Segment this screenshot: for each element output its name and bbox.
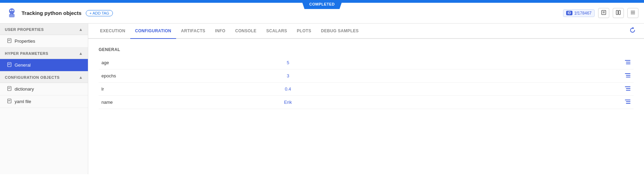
tab-configuration[interactable]: CONFIGURATION — [130, 24, 176, 39]
top-bar: COMPLETED — [0, 0, 644, 3]
config-key: lr — [99, 83, 168, 96]
sidebar-section-user-properties[interactable]: USER PROPERTIES ▲ — [0, 24, 88, 35]
menu-icon-button[interactable] — [627, 8, 638, 18]
sidebar-item-general[interactable]: General — [0, 59, 88, 71]
tab-artifacts[interactable]: ARTIFACTS — [176, 24, 210, 39]
chevron-up-icon-2: ▲ — [79, 51, 83, 56]
svg-point-2 — [10, 10, 11, 11]
app-icon — [6, 7, 18, 19]
sidebar: USER PROPERTIES ▲ Properties HYPER PARAM… — [0, 24, 88, 174]
config-key: epochs — [99, 69, 168, 83]
sidebar-item-yaml-file[interactable]: yaml file — [0, 95, 88, 108]
tab-execution[interactable]: EXECUTION — [95, 24, 130, 39]
chevron-up-icon: ▲ — [79, 27, 83, 32]
notes-icon-button[interactable] — [598, 8, 609, 18]
config-value: Erik — [168, 96, 408, 109]
menu-lines-icon — [625, 86, 631, 91]
config-section-title: GENERAL — [99, 47, 634, 52]
tab-plots[interactable]: PLOTS — [292, 24, 316, 39]
table-row: epochs 3 — [99, 69, 634, 83]
sidebar-item-dictionary[interactable]: dictionary — [0, 83, 88, 95]
config-value: 5 — [168, 56, 408, 69]
id-value: 1f178467 — [574, 11, 592, 16]
svg-rect-6 — [602, 10, 606, 15]
svg-rect-10 — [619, 10, 620, 15]
config-row-spacer — [408, 56, 616, 69]
sidebar-item-properties[interactable]: Properties — [0, 35, 88, 48]
tabs-bar: EXECUTION CONFIGURATION ARTIFACTS INFO C… — [88, 24, 644, 39]
hamburger-icon — [630, 10, 636, 15]
main-layout: USER PROPERTIES ▲ Properties HYPER PARAM… — [0, 24, 644, 174]
menu-lines-icon — [625, 60, 631, 65]
sidebar-section-config-objects[interactable]: CONFIGURATION OBJECTS ▲ — [0, 71, 88, 83]
svg-point-0 — [9, 8, 15, 14]
table-row: lr 0.4 — [99, 83, 634, 96]
menu-lines-icon — [625, 73, 631, 78]
svg-rect-1 — [9, 14, 15, 17]
svg-rect-5 — [13, 13, 13, 15]
config-row-spacer — [408, 83, 616, 96]
page-title: Tracking python objects — [22, 10, 82, 16]
refresh-icon — [629, 27, 636, 33]
config-row-spacer — [408, 96, 616, 109]
config-content: GENERAL age 5 epochs 3 lr 0.4 — [88, 39, 644, 174]
config-menu-icon[interactable] — [616, 96, 634, 109]
svg-point-3 — [12, 10, 14, 11]
chevron-up-icon-3: ▲ — [79, 75, 83, 80]
notes-icon — [601, 10, 606, 15]
menu-lines-icon — [625, 99, 631, 104]
sidebar-section-hyper-parameters[interactable]: HYPER PARAMETERS ▲ — [0, 48, 88, 59]
header-actions: ID 1f178467 — [563, 8, 638, 18]
config-key: age — [99, 56, 168, 69]
tab-debug-samples[interactable]: DEBUG SAMPLES — [316, 24, 364, 39]
refresh-button[interactable] — [628, 26, 637, 36]
table-row: name Erik — [99, 96, 634, 109]
file-icon-dictionary — [7, 86, 12, 92]
tab-console[interactable]: CONSOLE — [230, 24, 261, 39]
tab-info[interactable]: INFO — [210, 24, 230, 39]
file-icon — [7, 38, 12, 44]
add-tag-button[interactable]: + ADD TAG — [86, 10, 113, 16]
layout-icon — [616, 10, 621, 15]
tab-scalars[interactable]: SCALARS — [261, 24, 292, 39]
table-row: age 5 — [99, 56, 634, 69]
svg-rect-9 — [616, 10, 618, 15]
id-label: ID — [566, 11, 572, 15]
config-value: 3 — [168, 69, 408, 83]
config-table: age 5 epochs 3 lr 0.4 — [99, 56, 634, 109]
config-value: 0.4 — [168, 83, 408, 96]
config-menu-icon[interactable] — [616, 83, 634, 96]
file-icon-general — [7, 62, 12, 68]
config-key: name — [99, 96, 168, 109]
config-menu-icon[interactable] — [616, 69, 634, 83]
config-row-spacer — [408, 69, 616, 83]
layout-icon-button[interactable] — [613, 8, 624, 18]
svg-rect-4 — [10, 13, 11, 15]
content-area: EXECUTION CONFIGURATION ARTIFACTS INFO C… — [88, 24, 644, 174]
completed-badge: COMPLETED — [301, 0, 343, 9]
file-icon-yaml — [7, 99, 12, 104]
id-badge: ID 1f178467 — [563, 9, 595, 17]
config-menu-icon[interactable] — [616, 56, 634, 69]
